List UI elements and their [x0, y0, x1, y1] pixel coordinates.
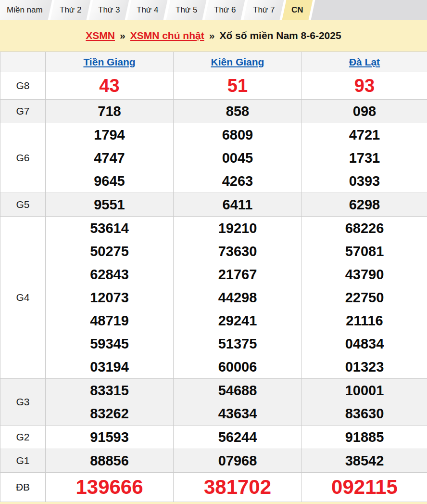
table-row: G7718858098	[0, 100, 427, 123]
prize-value: 38542	[302, 449, 427, 472]
prize-value: 0393	[302, 169, 427, 193]
prize-cell: 5468843634	[174, 379, 302, 426]
prize-value: 12073	[46, 286, 173, 309]
prize-value: 83315	[46, 379, 173, 402]
prize-value: 6411	[174, 193, 301, 216]
breadcrumb-separator: »	[209, 30, 215, 41]
prize-label: G5	[0, 193, 46, 217]
prize-value: 60006	[174, 355, 301, 378]
prize-cell: 8331583262	[46, 379, 174, 426]
table-row: G6179447479645680900454263472117310393	[0, 123, 427, 193]
prize-label: G3	[0, 379, 46, 426]
prize-cell: 1000183630	[302, 379, 427, 426]
prize-cell: 38542	[302, 449, 427, 473]
prize-value: 098	[302, 100, 427, 123]
tab-label: Thứ 4	[137, 0, 158, 20]
prize-value: 44298	[174, 286, 301, 309]
tab-cn[interactable]: CN	[282, 0, 313, 20]
prize-value: 62843	[46, 263, 173, 286]
prize-value: 68226	[302, 217, 427, 240]
prize-value: 29241	[174, 309, 301, 332]
table-row: G2915935624491885	[0, 426, 427, 449]
breadcrumb-separator: »	[120, 30, 126, 41]
tab-thu-7[interactable]: Thứ 7	[243, 0, 284, 20]
table-row: G453614502756284312073487195934503194192…	[0, 217, 427, 379]
prize-value: 91885	[302, 426, 427, 449]
prize-value: 6298	[302, 193, 427, 216]
tab-thu-2[interactable]: Thứ 2	[50, 0, 90, 20]
province-link-tien-giang[interactable]: Tiền Giang	[83, 56, 135, 67]
prize-value: 1794	[46, 123, 173, 146]
prize-value: 54688	[174, 379, 301, 402]
prize-label: G1	[0, 449, 46, 473]
prize-cell: 6298	[302, 193, 427, 217]
prize-cell: 6411	[174, 193, 302, 217]
prize-value: 1731	[302, 146, 427, 169]
prize-cell: 07968	[174, 449, 302, 473]
tab-thu-6[interactable]: Thứ 6	[205, 0, 245, 20]
table-corner-cell	[0, 52, 46, 72]
prize-value: 10001	[302, 379, 427, 402]
prize-cell: 718	[46, 100, 174, 123]
breadcrumb-current: Xổ số miền Nam 8-6-2025	[219, 30, 341, 41]
prize-value: 04834	[302, 332, 427, 355]
day-tabbar: Miền namThứ 2Thứ 3Thứ 4Thứ 5Thứ 6Thứ 7CN	[0, 0, 427, 20]
prize-value: 57081	[302, 240, 427, 263]
breadcrumb-link-xsmn[interactable]: XSMN	[86, 30, 115, 41]
prize-value: 43	[46, 72, 173, 99]
prize-cell: 56244	[174, 426, 302, 449]
prize-cell: 51	[174, 72, 302, 100]
prize-value: 4747	[46, 146, 173, 169]
province-link-da-lat[interactable]: Đà Lạt	[349, 56, 380, 67]
prize-cell: 092115	[302, 473, 427, 502]
prize-value: 48719	[46, 309, 173, 332]
tab-label: Thứ 2	[60, 0, 81, 20]
table-header-row: Tiền Giang Kiên Giang Đà Lạt	[0, 52, 427, 72]
prize-cell: 472117310393	[302, 123, 427, 193]
prize-value: 139666	[46, 473, 173, 502]
province-header: Đà Lạt	[302, 52, 427, 72]
prize-value: 6809	[174, 123, 301, 146]
prize-cell: 858	[174, 100, 302, 123]
prize-cell: 098	[302, 100, 427, 123]
prize-value: 4263	[174, 169, 301, 193]
table-row: ĐB139666381702092115	[0, 473, 427, 502]
prize-value: 93	[302, 72, 427, 99]
tab-mien-nam[interactable]: Miền nam	[0, 0, 52, 20]
tab-thu-3[interactable]: Thứ 3	[89, 0, 129, 20]
prize-cell: 93	[302, 72, 427, 100]
table-row: G5955164116298	[0, 193, 427, 217]
prize-value: 91593	[46, 426, 173, 449]
province-header: Kiên Giang	[174, 52, 302, 72]
prize-cell: 91593	[46, 426, 174, 449]
footer-strip	[0, 502, 427, 504]
breadcrumb: XSMN » XSMN chủ nhật » Xổ số miền Nam 8-…	[0, 20, 427, 52]
tab-label: Miền nam	[7, 0, 43, 20]
prize-value: 01323	[302, 355, 427, 378]
tab-thu-5[interactable]: Thứ 5	[166, 0, 207, 20]
province-link-kien-giang[interactable]: Kiên Giang	[211, 56, 264, 67]
prize-value: 0045	[174, 146, 301, 169]
prize-value: 21767	[174, 263, 301, 286]
tab-thu-4[interactable]: Thứ 4	[127, 0, 168, 20]
prize-label: ĐB	[0, 473, 46, 502]
prize-value: 59345	[46, 332, 173, 355]
prize-cell: 68226570814379022750211160483401323	[302, 217, 427, 379]
breadcrumb-link-xsmn-chu-nhat[interactable]: XSMN chủ nhật	[130, 30, 204, 41]
prize-value: 22750	[302, 286, 427, 309]
prize-value: 07968	[174, 449, 301, 472]
tabbar-filler	[311, 0, 427, 20]
prize-value: 4721	[302, 123, 427, 146]
prize-value: 50275	[46, 240, 173, 263]
prize-value: 88856	[46, 449, 173, 472]
tab-label: Thứ 5	[176, 0, 197, 20]
prize-value: 73630	[174, 240, 301, 263]
prize-label: G7	[0, 100, 46, 123]
results-table: Tiền Giang Kiên Giang Đà Lạt G8435193G77…	[0, 52, 427, 502]
prize-cell: 9551	[46, 193, 174, 217]
prize-value: 9645	[46, 169, 173, 193]
prize-cell: 179447479645	[46, 123, 174, 193]
prize-value: 9551	[46, 193, 173, 216]
prize-label: G8	[0, 72, 46, 100]
prize-value: 718	[46, 100, 173, 123]
